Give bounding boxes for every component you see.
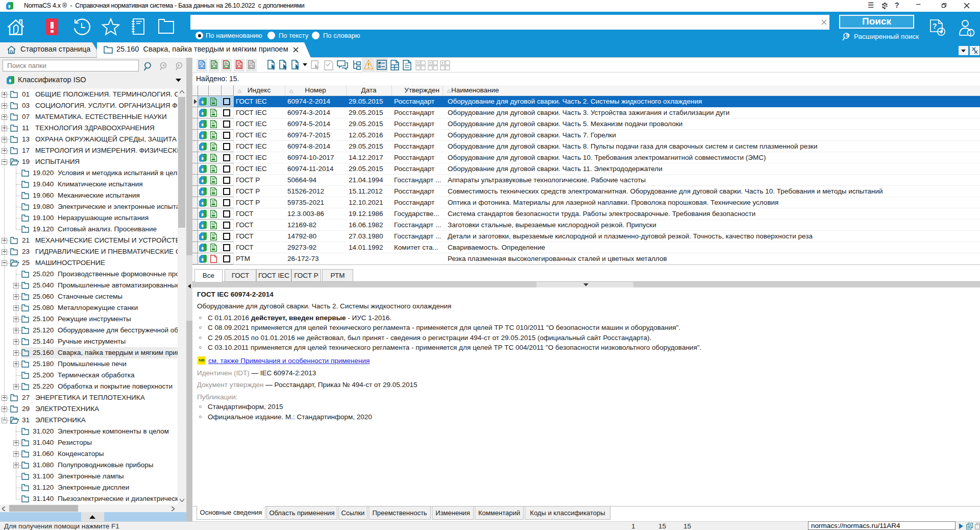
svg-text:?: ? — [933, 22, 937, 30]
svg-text:i: i — [970, 30, 971, 36]
